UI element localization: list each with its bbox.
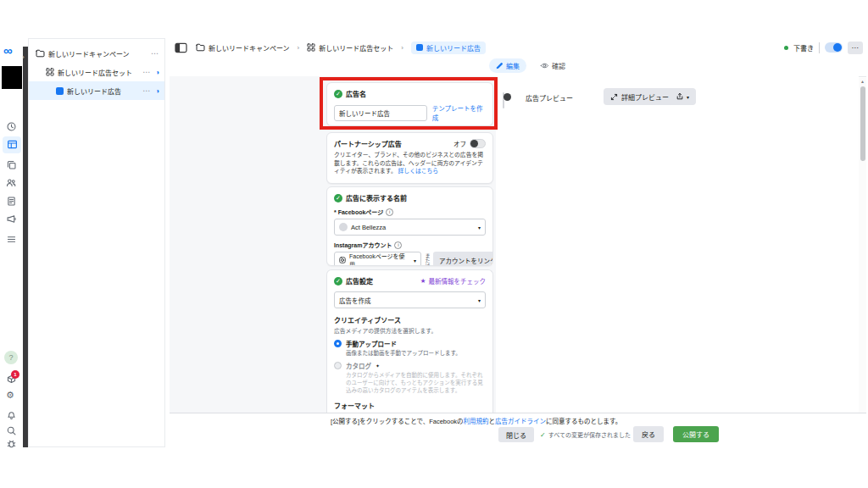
- or-label: または: [425, 253, 430, 266]
- preview-toggle[interactable]: [503, 92, 504, 108]
- more-icon[interactable]: ⋯: [142, 86, 151, 95]
- identity-card: ✓ 広告に表示する名前 * Facebookページ i Act Bellezza…: [326, 186, 493, 266]
- identity-title: 広告に表示する名前: [346, 193, 407, 202]
- topbar-right-controls: 下書き ⋯: [784, 42, 866, 54]
- strip-chevron-icon[interactable]: ›: [22, 53, 25, 61]
- breadcrumb-campaign[interactable]: 新しいリードキャンペーン: [209, 43, 290, 53]
- facebook-page-label: * Facebookページ: [334, 208, 383, 216]
- terms-link[interactable]: 利用規約: [464, 418, 489, 425]
- search-icon[interactable]: [6, 425, 17, 436]
- ad-setup-title: 広告設定: [346, 276, 373, 286]
- more-icon[interactable]: ⋯: [142, 68, 151, 76]
- ad-active-toggle[interactable]: [825, 42, 843, 53]
- draft-status-icon: ◑: [155, 87, 159, 95]
- tab-edit[interactable]: 編集: [489, 58, 526, 73]
- tree-item-campaign[interactable]: 新しいリードキャンペーン ⋯: [29, 44, 164, 63]
- manual-upload-label: 手動アップロード: [346, 339, 397, 348]
- partnership-description: クリエイター、ブランド、その他のビジネスとの広告を掲載します。これらの広告は、ヘ…: [334, 151, 486, 175]
- advanced-preview-label: 詳細プレビュー: [621, 92, 669, 102]
- folder-icon: [36, 49, 45, 58]
- ad-setup-select[interactable]: 広告を作成 ▾: [334, 291, 486, 308]
- ad-guidelines-link[interactable]: 広告ガイドライン: [495, 418, 546, 425]
- tree-item-adset[interactable]: 新しいリード広告セット ⋯ ◑: [29, 63, 164, 81]
- sidebar-collapse-icon[interactable]: [175, 42, 187, 53]
- notification-badge: 1: [11, 370, 19, 379]
- facebook-page-value: Act Bellezza: [351, 224, 386, 231]
- chevron-down-icon: ▾: [478, 297, 481, 303]
- bug-report-icon[interactable]: [6, 438, 17, 449]
- ad-name-card: ✓ 広告名 テンプレートを作成: [326, 82, 493, 126]
- adset-icon: [307, 43, 315, 52]
- check-icon: ✓: [334, 90, 342, 98]
- check-icon: ✓: [334, 194, 342, 202]
- divider: [819, 42, 820, 53]
- share-button[interactable]: ▾: [669, 88, 696, 105]
- back-button[interactable]: 戻る: [633, 426, 664, 442]
- ad-name-input[interactable]: [334, 105, 427, 121]
- ad-name-title: 広告名: [346, 89, 366, 98]
- help-icon[interactable]: ?: [4, 351, 18, 364]
- agreement-text: [公開する]をクリックすることで、Facebookの利用規約と広告ガイドラインに…: [331, 416, 621, 425]
- manual-upload-option[interactable]: 手動アップロード: [334, 339, 486, 348]
- more-icon[interactable]: ⋯: [151, 49, 159, 58]
- instagram-account-select[interactable]: Facebookページを使用 ▾: [334, 252, 421, 266]
- scroll-up-icon[interactable]: ▲: [859, 79, 866, 84]
- tab-review[interactable]: 確認: [540, 58, 565, 73]
- partnership-toggle[interactable]: [470, 139, 486, 148]
- learn-more-link[interactable]: 詳しくはこちら: [398, 168, 439, 174]
- ad-icon: [56, 87, 64, 95]
- breadcrumb-current[interactable]: 新しいリード広告: [411, 42, 486, 54]
- duplicate-icon[interactable]: [6, 159, 17, 170]
- top-more-button[interactable]: ⋯: [848, 42, 863, 54]
- preview-toggle-label: 広告プレビュー: [526, 93, 573, 103]
- advanced-preview-button[interactable]: 詳細プレビュー: [604, 88, 676, 105]
- partnership-card: パートナーシップ広告 オフ クリエイター、ブランド、その他のビジネスとの広告を掲…: [326, 132, 493, 184]
- creative-source-title: クリエイティブソース: [334, 315, 486, 324]
- billing-icon[interactable]: [6, 196, 17, 207]
- chevron-down-icon: ▾: [414, 258, 416, 263]
- breadcrumb: 新しいリードキャンペーン › 新しいリード広告セット › 新しいリード広告: [196, 42, 486, 54]
- ad-setup-card: ✓ 広告設定 ★ 最新情報をチェック 広告を作成 ▾ クリエイティブソース 広告…: [326, 269, 493, 413]
- create-template-link[interactable]: テンプレートを作成: [432, 103, 486, 122]
- announce-icon[interactable]: [6, 214, 17, 225]
- tree-item-ad-selected[interactable]: 新しいリード広告 ⋯ ◑: [29, 81, 164, 100]
- chevron-down-icon: ▾: [687, 94, 689, 100]
- ad-icon: [416, 44, 423, 51]
- close-button[interactable]: 閉じる: [498, 427, 534, 442]
- audiences-icon[interactable]: [6, 177, 17, 188]
- gear-icon[interactable]: ⚙: [6, 390, 14, 400]
- creative-source-subtitle: 広告メディアの提供方法を選択します。: [334, 326, 486, 335]
- page-avatar: [339, 223, 348, 231]
- draft-status-label: 下書き: [793, 43, 814, 53]
- info-icon[interactable]: i: [386, 208, 393, 216]
- publish-button[interactable]: 公開する: [673, 426, 719, 442]
- catalog-label: カタログ: [346, 361, 371, 370]
- breadcrumb-ad-label: 新しいリード広告: [426, 43, 481, 53]
- catalog-option[interactable]: カタログ ✦: [334, 361, 486, 370]
- check-updates-link[interactable]: ★ 最新情報をチェック: [420, 276, 486, 286]
- breadcrumb-separator: ›: [401, 44, 403, 52]
- scrollbar-thumb[interactable]: [860, 86, 865, 161]
- instagram-account-label: Instagramアカウント: [334, 241, 392, 249]
- info-icon[interactable]: i: [394, 241, 402, 249]
- campaign-tree-panel: 新しいリードキャンペーン ⋯ 新しいリード広告セット ⋯ ◑ 新しいリード広告 …: [28, 38, 165, 447]
- breadcrumb-adset[interactable]: 新しいリード広告セット: [319, 43, 393, 53]
- menu-icon[interactable]: [6, 234, 17, 245]
- partnership-state-label: オフ: [453, 139, 466, 148]
- draft-status-icon: ◑: [155, 69, 159, 76]
- catalog-description: カタログからメディアを自動的に使用します。それぞれのユーザーに向けて、もっともア…: [346, 371, 486, 394]
- instagram-account-value: Facebookページを使用: [349, 252, 410, 266]
- profile-avatar-redacted[interactable]: [2, 66, 22, 89]
- recent-icon[interactable]: [6, 121, 17, 132]
- adset-icon: [46, 68, 54, 76]
- bell-icon[interactable]: [6, 409, 17, 420]
- ad-setup-value: 広告を作成: [339, 296, 371, 305]
- facebook-page-select[interactable]: Act Bellezza ▾: [334, 219, 486, 236]
- radio-disabled-icon: [334, 362, 342, 369]
- expand-icon: [610, 93, 618, 101]
- meta-logo[interactable]: ∞: [3, 45, 13, 57]
- campaigns-table-icon[interactable]: [7, 139, 18, 150]
- share-icon: [676, 92, 684, 101]
- link-account-button[interactable]: アカウントをリンク: [433, 252, 493, 266]
- eye-icon: [540, 62, 549, 69]
